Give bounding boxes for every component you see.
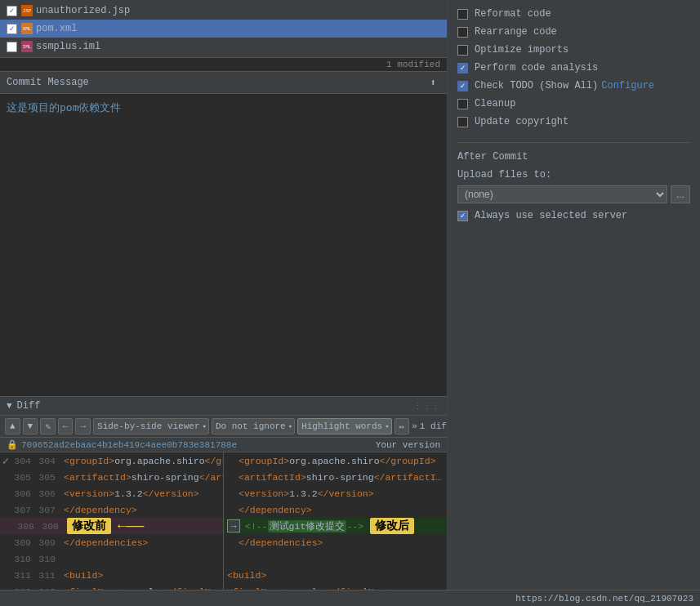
file-icon-ssmplus: IML bbox=[21, 41, 33, 52]
configure-link[interactable]: Configure bbox=[601, 80, 654, 91]
file-checkbox-pom[interactable] bbox=[7, 24, 17, 34]
diff-prev-button[interactable]: ← bbox=[58, 418, 74, 434]
diff-edit-button[interactable]: ✎ bbox=[40, 418, 56, 434]
code-right-304: <groupId>org.apache.shiro</groupId> bbox=[224, 452, 447, 469]
file-icon-pom: XML bbox=[21, 23, 33, 34]
diff-line-307: 307 307 </dependency> </dependency> bbox=[0, 501, 447, 518]
option-row-rearrange: Rearrange code bbox=[457, 26, 690, 38]
commit-header: Commit Message ⬆ bbox=[0, 72, 447, 94]
code-left-304: ✓ 304 304 <groupId>org.apache.shiro</gro… bbox=[0, 452, 223, 469]
ln-right-305: 305 bbox=[36, 472, 60, 483]
code-text-308-left: 修改前 ←—— bbox=[64, 518, 220, 534]
lock-icon: 🔒 bbox=[7, 439, 18, 450]
ln-left-310: 310 bbox=[11, 554, 36, 564]
commit-settings-button[interactable]: ⬆ bbox=[426, 75, 440, 90]
file-item-unauthorized[interactable]: JSP unauthorized.jsp bbox=[0, 2, 447, 20]
code-text-304-right: <groupId>org.apache.shiro</groupId> bbox=[235, 456, 447, 466]
code-text-307-right: </dependency> bbox=[235, 505, 447, 515]
label-todo: Check TODO (Show All) bbox=[475, 80, 598, 91]
file-list: JSP unauthorized.jsp XML pom.xml IML ssm… bbox=[0, 0, 447, 58]
option-row-analyze: Perform code analysis bbox=[457, 62, 690, 74]
option-row-todo: Check TODO (Show All) Configure bbox=[457, 80, 690, 91]
diff-left-310: 310 310 bbox=[0, 550, 224, 567]
viewer-dropdown-button[interactable]: Side-by-side viewer ▾ bbox=[93, 418, 209, 434]
ln-right-311: 311 bbox=[36, 570, 60, 581]
code-text-307-left: </dependency> bbox=[60, 505, 223, 515]
checkbox-rearrange[interactable] bbox=[457, 27, 468, 38]
file-name-ssmplus: ssmplus.iml bbox=[36, 41, 100, 52]
diff-left-305: 305 305 <artifactId>shiro-spring</artifa… bbox=[0, 469, 224, 485]
ln-left-306: 306 bbox=[11, 488, 36, 499]
file-checkbox-ssmplus[interactable] bbox=[7, 42, 17, 52]
commit-title: Commit Message bbox=[7, 77, 89, 88]
file-item-ssmplus[interactable]: IML ssmplus.iml bbox=[0, 38, 447, 56]
checkbox-copyright[interactable] bbox=[457, 117, 468, 127]
diff-right-311: <build> bbox=[224, 567, 447, 583]
code-text-308-right: <!--测试git修改提交--> 修改后 bbox=[242, 518, 444, 534]
diff-down-button[interactable]: ▼ bbox=[23, 418, 38, 434]
code-text-311-right: <build> bbox=[224, 570, 447, 581]
checkbox-reformat[interactable] bbox=[457, 9, 468, 20]
diff-right-309: </dependencies> bbox=[224, 534, 447, 550]
file-name-unauthorized: unauthorized.jsp bbox=[36, 5, 130, 16]
upload-server-select[interactable]: (none) bbox=[457, 185, 667, 203]
checkbox-todo[interactable] bbox=[457, 81, 468, 91]
code-left-310: 310 310 bbox=[0, 550, 223, 567]
upload-more-button[interactable]: ... bbox=[671, 185, 690, 203]
status-icon-308-r: → bbox=[227, 519, 240, 532]
toggle-btn[interactable]: ⇔ bbox=[395, 418, 410, 434]
comment-text: <!--测试git修改提交--> bbox=[245, 520, 363, 532]
diff-right-305: <artifactId>shiro-spring</artifactI… bbox=[224, 469, 447, 485]
ignore-dropdown-arrow: ▾ bbox=[288, 422, 292, 431]
diff-next-button[interactable]: → bbox=[75, 418, 91, 434]
ignore-dropdown-button[interactable]: Do not ignore ▾ bbox=[212, 418, 295, 434]
diff-up-button[interactable]: ▲ bbox=[5, 418, 20, 434]
label-rearrange: Rearrange code bbox=[475, 26, 557, 38]
always-use-checkbox[interactable] bbox=[457, 211, 468, 221]
diff-line-308: 308 308 修改前 ←—— → <!--测试git修改提交--> 修改后 bbox=[0, 518, 447, 534]
diff-line-310: 310 310 bbox=[0, 550, 447, 567]
ignore-dropdown-label: Do not ignore bbox=[216, 421, 286, 431]
diff-header: ▼ Diff ⋮⋮⋮ bbox=[0, 396, 447, 416]
file-icon-unauthorized: JSP bbox=[21, 5, 33, 16]
code-right-311: <build> bbox=[224, 567, 447, 583]
ln-left-305: 305 bbox=[11, 472, 36, 483]
file-item-pom[interactable]: XML pom.xml bbox=[0, 20, 447, 38]
code-text-305-right: <artifactId>shiro-spring</artifactI… bbox=[235, 472, 447, 483]
viewer-dropdown-label: Side-by-side viewer bbox=[97, 421, 199, 431]
highlight-dropdown-label: Highlight words bbox=[301, 421, 382, 431]
code-right-306: <version>1.3.2</version> bbox=[224, 485, 447, 501]
always-use-label: Always use selected server bbox=[475, 210, 627, 221]
annotation-after-label: 修改后 bbox=[370, 518, 414, 534]
option-row-copyright: Update copyright bbox=[457, 116, 690, 127]
checkbox-analyze[interactable] bbox=[457, 63, 468, 74]
diff-left-307: 307 307 </dependency> bbox=[0, 501, 224, 518]
code-left-306: 306 306 <version>1.3.2</version> bbox=[0, 485, 223, 501]
diff-line-304: ✓ 304 304 <groupId>org.apache.shiro</gro… bbox=[0, 452, 447, 469]
code-left-307: 307 307 </dependency> bbox=[0, 501, 223, 518]
highlight-dropdown-button[interactable]: Highlight words ▾ bbox=[297, 418, 391, 434]
code-text-306-right: <version>1.3.2</version> bbox=[235, 488, 447, 499]
ln-right-307: 307 bbox=[36, 505, 60, 515]
annotation-before-label: 修改前 bbox=[67, 518, 111, 534]
diff-right-308: → <!--测试git修改提交--> 修改后 bbox=[224, 518, 447, 534]
file-checkbox-unauthorized[interactable] bbox=[7, 6, 17, 16]
commit-message-input[interactable]: 这是项目的pom依赖文件 bbox=[0, 94, 447, 396]
option-row-optimize: Optimize imports bbox=[457, 44, 690, 56]
code-right-309: </dependencies> bbox=[224, 534, 447, 550]
diff-line-311: 311 311 <build> <build> bbox=[0, 567, 447, 583]
diff-line-305: 305 305 <artifactId>shiro-spring</artifa… bbox=[0, 469, 447, 485]
checkbox-cleanup[interactable] bbox=[457, 99, 468, 109]
check-icon-304: ✓ bbox=[2, 454, 9, 468]
ln-left-311: 311 bbox=[11, 570, 36, 581]
code-text-305-left: <artifactId>shiro-spring</artifac… bbox=[60, 472, 223, 483]
label-copyright: Update copyright bbox=[475, 116, 568, 127]
code-left-308: 308 308 修改前 ←—— bbox=[0, 518, 223, 534]
diff-left-311: 311 311 <build> bbox=[0, 567, 224, 583]
option-row-reformat: Reformat code bbox=[457, 8, 690, 20]
code-right-310 bbox=[224, 550, 447, 567]
diff-count-label: 1 difference bbox=[420, 421, 447, 431]
right-panel: Reformat code Rearrange code Optimize im… bbox=[448, 0, 700, 606]
diff-toggle-button[interactable]: ▼ bbox=[7, 401, 12, 411]
checkbox-optimize[interactable] bbox=[457, 45, 468, 56]
